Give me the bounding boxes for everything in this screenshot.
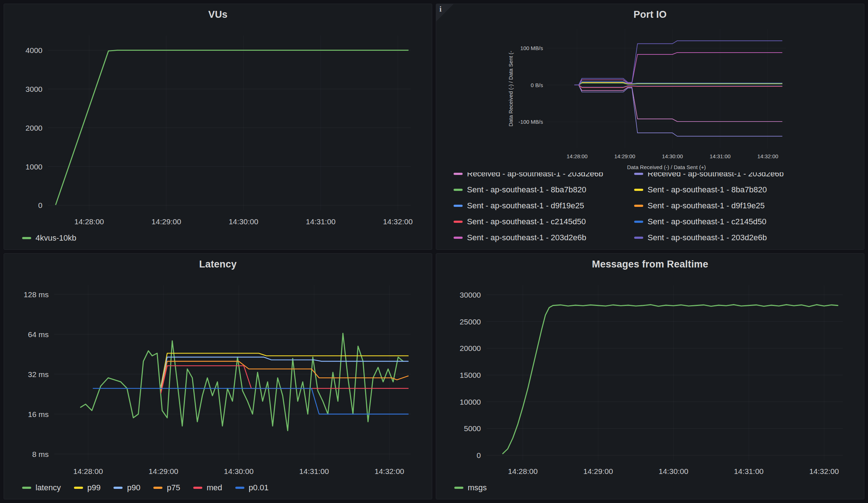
legend-series-label: Sent - ap-southeast-1 - 8ba7b820	[648, 185, 767, 195]
y-tick-label: 0	[477, 451, 481, 459]
legend-series-label: Sent - ap-southeast-1 - c2145d50	[648, 217, 766, 226]
legend-item[interactable]: p99	[74, 483, 101, 492]
x-tick-label: 14:28:00	[508, 467, 538, 475]
legend-color-marker	[634, 173, 643, 175]
legend-color-marker	[454, 237, 463, 239]
vus-legend: 4kvus-10kb	[4, 232, 432, 249]
messages-chart-svg: 05000100001500020000250003000014:28:0014…	[436, 275, 864, 482]
legend-item[interactable]: Sent - ap-southeast-1 - c2145d50	[454, 216, 627, 228]
legend-item[interactable]: Sent - ap-southeast-1 - 8ba7b820	[634, 184, 858, 196]
y-tick-label: 32 ms	[28, 370, 49, 379]
legend-item[interactable]: Sent - ap-southeast-1 - 203d2e6b	[454, 232, 627, 244]
series-line	[503, 305, 838, 454]
legend-series-label: p0.01	[249, 483, 269, 492]
y-tick-label: 128 ms	[24, 290, 49, 299]
legend-item[interactable]: Sent - ap-southeast-1 - d9f19e25	[454, 200, 627, 212]
legend-item[interactable]: p90	[113, 483, 140, 492]
info-icon-letter: i	[439, 5, 442, 14]
panel-header-messages[interactable]: Messages from Realtime	[436, 254, 864, 275]
legend-series-label: Received - ap-southeast-1 - 203d2e6b	[467, 172, 603, 179]
panel-port-io: i Port IO 100 MB/s0 B/s-100 MB/s14:28:00…	[436, 4, 864, 250]
panel-vus: VUs 0100020003000400014:28:0014:29:0014:…	[4, 4, 432, 250]
legend-series-label: p90	[127, 483, 140, 492]
legend-item[interactable]: Sent - ap-southeast-1 - 203d2e6b	[634, 232, 858, 244]
messages-legend: msgs	[436, 482, 864, 499]
series-line	[575, 85, 782, 136]
y-tick-label: 30000	[460, 291, 481, 299]
legend-item[interactable]: p75	[153, 483, 180, 492]
legend-item[interactable]: Received - ap-southeast-1 - 203d2e6b	[454, 172, 627, 180]
x-tick-label: 14:32:00	[383, 217, 413, 226]
port-io-legend-grid: Received - ap-southeast-1 - 203d2e6bRece…	[454, 172, 858, 244]
panel-info-icon[interactable]: i	[436, 4, 454, 21]
legend-item[interactable]: Sent - ap-southeast-1 - d9f19e25	[634, 200, 858, 212]
legend-series-label: Sent - ap-southeast-1 - 8ba7b820	[467, 185, 586, 195]
x-tick-label: 14:32:00	[375, 467, 404, 475]
panel-title: Latency	[199, 259, 236, 270]
series-line	[575, 41, 782, 85]
series-line	[575, 82, 782, 85]
legend-item[interactable]: Received - ap-southeast-1 - 203d2e6b	[634, 172, 858, 180]
x-tick-label: 14:28:00	[74, 217, 104, 226]
x-tick-label: 14:28:00	[567, 154, 588, 159]
messages-chart[interactable]: 05000100001500020000250003000014:28:0014…	[436, 275, 864, 482]
legend-color-marker	[454, 173, 463, 175]
port-io-chart[interactable]: 100 MB/s0 B/s-100 MB/s14:28:0014:29:0014…	[436, 25, 864, 172]
x-tick-label: 14:32:00	[809, 467, 839, 475]
legend-item[interactable]: 4kvus-10kb	[22, 233, 77, 243]
legend-series-label: Sent - ap-southeast-1 - 203d2e6b	[467, 233, 586, 242]
series-line	[161, 353, 408, 386]
legend-series-label: Sent - ap-southeast-1 - d9f19e25	[467, 201, 584, 210]
legend-item[interactable]: Sent - ap-southeast-1 - c2145d50	[634, 216, 858, 228]
series-line	[575, 85, 782, 122]
legend-item[interactable]: msgs	[454, 483, 487, 492]
legend-color-marker	[22, 237, 31, 239]
x-tick-label: 14:29:00	[149, 467, 178, 475]
vus-chart-svg: 0100020003000400014:28:0014:29:0014:30:0…	[4, 25, 432, 232]
vus-chart[interactable]: 0100020003000400014:28:0014:29:0014:30:0…	[4, 25, 432, 232]
legend-color-marker	[235, 487, 244, 489]
legend-series-label: msgs	[468, 483, 487, 492]
y-tick-label: 10000	[460, 398, 481, 406]
x-tick-label: 14:31:00	[710, 154, 731, 159]
series-line	[80, 333, 403, 430]
legend-color-marker	[634, 221, 643, 223]
y-axis-label: Data Received (-) / Data Sent (-	[508, 51, 514, 127]
x-axis-label: Data Received (-) / Data Sent (+)	[627, 164, 706, 170]
x-tick-label: 14:28:00	[73, 467, 103, 475]
y-tick-label: 64 ms	[28, 330, 49, 339]
legend-item[interactable]: Sent - ap-southeast-1 - 8ba7b820	[454, 184, 627, 196]
legend-series-label: Sent - ap-southeast-1 - d9f19e25	[648, 201, 765, 210]
y-tick-label: -100 MB/s	[518, 119, 543, 125]
legend-series-label: med	[207, 483, 222, 492]
legend-color-marker	[74, 487, 83, 489]
y-tick-label: 100 MB/s	[520, 45, 543, 51]
legend-series-label: 4kvus-10kb	[36, 233, 77, 243]
panel-title: VUs	[208, 9, 227, 20]
y-tick-label: 15000	[460, 371, 481, 379]
legend-item[interactable]: p0.01	[235, 483, 269, 492]
x-tick-label: 14:31:00	[306, 217, 335, 226]
x-tick-label: 14:30:00	[662, 154, 683, 159]
legend-series-label: Sent - ap-southeast-1 - 203d2e6b	[648, 233, 767, 242]
legend-item[interactable]: med	[193, 483, 222, 492]
legend-color-marker	[113, 487, 123, 489]
panel-header-vus[interactable]: VUs	[4, 4, 432, 25]
latency-legend: latencyp99p90p75medp0.01	[4, 482, 432, 499]
y-tick-label: 2000	[25, 124, 42, 132]
y-tick-label: 20000	[460, 344, 481, 352]
series-line	[161, 366, 408, 393]
panel-header-latency[interactable]: Latency	[4, 254, 432, 275]
x-tick-label: 14:29:00	[583, 467, 613, 475]
x-tick-label: 14:30:00	[229, 217, 259, 226]
panel-latency: Latency 8 ms16 ms32 ms64 ms128 ms14:28:0…	[4, 253, 432, 499]
legend-series-label: Sent - ap-southeast-1 - c2145d50	[467, 217, 586, 226]
legend-item[interactable]: latency	[22, 483, 61, 492]
legend-series-label: Received - ap-southeast-1 - 203d2e6b	[648, 172, 784, 179]
legend-color-marker	[22, 487, 31, 489]
latency-chart[interactable]: 8 ms16 ms32 ms64 ms128 ms14:28:0014:29:0…	[4, 275, 432, 482]
legend-color-marker	[193, 487, 202, 489]
y-tick-label: 0	[38, 201, 42, 209]
panel-header-port-io[interactable]: Port IO	[436, 4, 864, 25]
y-tick-label: 5000	[464, 424, 481, 433]
